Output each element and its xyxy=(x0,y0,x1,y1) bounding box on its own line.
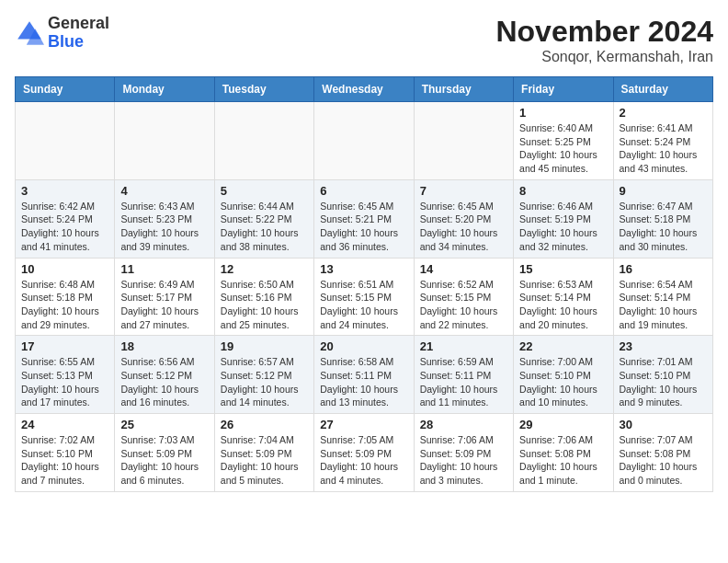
day-info: Sunrise: 6:40 AM Sunset: 5:25 PM Dayligh… xyxy=(519,121,607,176)
day-number: 11 xyxy=(120,262,208,276)
week-row-2: 3Sunrise: 6:42 AM Sunset: 5:24 PM Daylig… xyxy=(16,179,713,258)
day-number: 16 xyxy=(620,262,707,276)
day-info: Sunrise: 6:56 AM Sunset: 5:12 PM Dayligh… xyxy=(120,355,208,409)
location-subtitle: Sonqor, Kermanshah, Iran xyxy=(495,49,713,65)
calendar-cell xyxy=(414,102,513,180)
header-thursday: Thursday xyxy=(414,77,513,102)
header-monday: Monday xyxy=(115,77,214,102)
day-info: Sunrise: 6:47 AM Sunset: 5:18 PM Dayligh… xyxy=(620,200,707,254)
calendar-cell: 28Sunrise: 7:06 AM Sunset: 5:09 PM Dayli… xyxy=(414,414,513,492)
calendar-cell: 13Sunrise: 6:51 AM Sunset: 5:15 PM Dayli… xyxy=(314,258,414,336)
day-info: Sunrise: 7:03 AM Sunset: 5:09 PM Dayligh… xyxy=(120,433,208,488)
calendar-cell xyxy=(16,102,115,180)
day-info: Sunrise: 6:55 AM Sunset: 5:13 PM Dayligh… xyxy=(21,355,108,409)
day-number: 15 xyxy=(519,262,607,276)
calendar-cell: 14Sunrise: 6:52 AM Sunset: 5:15 PM Dayli… xyxy=(414,258,513,336)
day-number: 28 xyxy=(420,418,507,431)
calendar-cell: 8Sunrise: 6:46 AM Sunset: 5:19 PM Daylig… xyxy=(514,179,613,258)
calendar-cell: 4Sunrise: 6:43 AM Sunset: 5:23 PM Daylig… xyxy=(115,179,214,258)
day-info: Sunrise: 7:04 AM Sunset: 5:09 PM Dayligh… xyxy=(221,433,308,488)
logo-general: General xyxy=(48,14,109,32)
calendar-cell: 17Sunrise: 6:55 AM Sunset: 5:13 PM Dayli… xyxy=(16,336,115,414)
logo-icon xyxy=(15,18,44,48)
calendar-cell xyxy=(214,102,313,180)
calendar-cell: 30Sunrise: 7:07 AM Sunset: 5:08 PM Dayli… xyxy=(613,414,712,492)
day-info: Sunrise: 6:58 AM Sunset: 5:11 PM Dayligh… xyxy=(320,355,407,409)
calendar-cell: 16Sunrise: 6:54 AM Sunset: 5:14 PM Dayli… xyxy=(613,258,712,336)
day-number: 4 xyxy=(120,184,208,198)
week-row-5: 24Sunrise: 7:02 AM Sunset: 5:10 PM Dayli… xyxy=(16,414,713,492)
calendar-cell: 7Sunrise: 6:45 AM Sunset: 5:20 PM Daylig… xyxy=(414,179,513,258)
day-number: 5 xyxy=(221,184,308,198)
day-info: Sunrise: 6:53 AM Sunset: 5:14 PM Dayligh… xyxy=(519,278,607,332)
calendar-cell: 22Sunrise: 7:00 AM Sunset: 5:10 PM Dayli… xyxy=(514,336,613,414)
logo: General Blue xyxy=(15,15,109,52)
day-info: Sunrise: 6:41 AM Sunset: 5:24 PM Dayligh… xyxy=(620,121,707,176)
day-info: Sunrise: 6:46 AM Sunset: 5:19 PM Dayligh… xyxy=(519,200,607,254)
day-number: 22 xyxy=(519,339,607,353)
day-number: 6 xyxy=(320,184,407,198)
day-number: 13 xyxy=(320,262,407,276)
day-number: 12 xyxy=(221,262,308,276)
day-info: Sunrise: 7:07 AM Sunset: 5:08 PM Dayligh… xyxy=(620,433,707,488)
calendar-cell: 11Sunrise: 6:49 AM Sunset: 5:17 PM Dayli… xyxy=(115,258,214,336)
calendar-cell: 26Sunrise: 7:04 AM Sunset: 5:09 PM Dayli… xyxy=(214,414,313,492)
calendar-cell: 19Sunrise: 6:57 AM Sunset: 5:12 PM Dayli… xyxy=(214,336,313,414)
week-row-3: 10Sunrise: 6:48 AM Sunset: 5:18 PM Dayli… xyxy=(16,258,713,336)
day-number: 19 xyxy=(221,339,308,353)
day-info: Sunrise: 7:05 AM Sunset: 5:09 PM Dayligh… xyxy=(320,433,407,488)
day-number: 14 xyxy=(420,262,507,276)
day-info: Sunrise: 6:50 AM Sunset: 5:16 PM Dayligh… xyxy=(221,278,308,332)
day-number: 3 xyxy=(21,184,108,198)
header-wednesday: Wednesday xyxy=(314,77,414,102)
day-number: 23 xyxy=(620,339,707,353)
day-number: 21 xyxy=(420,339,507,353)
calendar-cell: 20Sunrise: 6:58 AM Sunset: 5:11 PM Dayli… xyxy=(314,336,414,414)
title-section: November 2024 Sonqor, Kermanshah, Iran xyxy=(495,15,713,65)
header-tuesday: Tuesday xyxy=(214,77,313,102)
calendar-cell: 25Sunrise: 7:03 AM Sunset: 5:09 PM Dayli… xyxy=(115,414,214,492)
header-saturday: Saturday xyxy=(613,77,712,102)
month-year-title: November 2024 xyxy=(495,15,713,49)
day-number: 25 xyxy=(120,418,208,431)
calendar-cell: 23Sunrise: 7:01 AM Sunset: 5:10 PM Dayli… xyxy=(613,336,712,414)
calendar-cell: 15Sunrise: 6:53 AM Sunset: 5:14 PM Dayli… xyxy=(514,258,613,336)
logo-blue: Blue xyxy=(48,32,84,51)
day-info: Sunrise: 7:06 AM Sunset: 5:09 PM Dayligh… xyxy=(420,433,507,488)
calendar-header-row: Sunday Monday Tuesday Wednesday Thursday… xyxy=(16,77,713,102)
calendar-cell: 29Sunrise: 7:06 AM Sunset: 5:08 PM Dayli… xyxy=(514,414,613,492)
day-info: Sunrise: 6:57 AM Sunset: 5:12 PM Dayligh… xyxy=(221,355,308,409)
header-sunday: Sunday xyxy=(16,77,115,102)
day-number: 2 xyxy=(620,106,707,120)
calendar-cell: 24Sunrise: 7:02 AM Sunset: 5:10 PM Dayli… xyxy=(16,414,115,492)
calendar-cell: 6Sunrise: 6:45 AM Sunset: 5:21 PM Daylig… xyxy=(314,179,414,258)
day-info: Sunrise: 6:52 AM Sunset: 5:15 PM Dayligh… xyxy=(420,278,507,332)
day-number: 29 xyxy=(519,418,607,431)
page-header: General Blue November 2024 Sonqor, Kerma… xyxy=(15,15,713,65)
day-info: Sunrise: 6:48 AM Sunset: 5:18 PM Dayligh… xyxy=(21,278,108,332)
day-info: Sunrise: 6:43 AM Sunset: 5:23 PM Dayligh… xyxy=(120,200,208,254)
calendar-cell: 2Sunrise: 6:41 AM Sunset: 5:24 PM Daylig… xyxy=(613,102,712,180)
calendar-cell: 1Sunrise: 6:40 AM Sunset: 5:25 PM Daylig… xyxy=(514,102,613,180)
day-number: 27 xyxy=(320,418,407,431)
day-number: 18 xyxy=(120,339,208,353)
day-number: 20 xyxy=(320,339,407,353)
day-info: Sunrise: 6:42 AM Sunset: 5:24 PM Dayligh… xyxy=(21,200,108,254)
day-info: Sunrise: 7:00 AM Sunset: 5:10 PM Dayligh… xyxy=(519,355,607,409)
day-number: 8 xyxy=(519,184,607,198)
day-info: Sunrise: 6:45 AM Sunset: 5:20 PM Dayligh… xyxy=(420,200,507,254)
day-info: Sunrise: 7:06 AM Sunset: 5:08 PM Dayligh… xyxy=(519,433,607,488)
calendar-cell: 5Sunrise: 6:44 AM Sunset: 5:22 PM Daylig… xyxy=(214,179,313,258)
logo-text: General Blue xyxy=(48,15,109,52)
day-info: Sunrise: 6:49 AM Sunset: 5:17 PM Dayligh… xyxy=(120,278,208,332)
calendar-cell: 10Sunrise: 6:48 AM Sunset: 5:18 PM Dayli… xyxy=(16,258,115,336)
day-number: 26 xyxy=(221,418,308,431)
day-number: 30 xyxy=(620,418,707,431)
week-row-4: 17Sunrise: 6:55 AM Sunset: 5:13 PM Dayli… xyxy=(16,336,713,414)
day-info: Sunrise: 6:54 AM Sunset: 5:14 PM Dayligh… xyxy=(620,278,707,332)
day-info: Sunrise: 7:01 AM Sunset: 5:10 PM Dayligh… xyxy=(620,355,707,409)
day-info: Sunrise: 6:59 AM Sunset: 5:11 PM Dayligh… xyxy=(420,355,507,409)
calendar-cell: 9Sunrise: 6:47 AM Sunset: 5:18 PM Daylig… xyxy=(613,179,712,258)
calendar-table: Sunday Monday Tuesday Wednesday Thursday… xyxy=(15,76,713,492)
calendar-cell xyxy=(314,102,414,180)
